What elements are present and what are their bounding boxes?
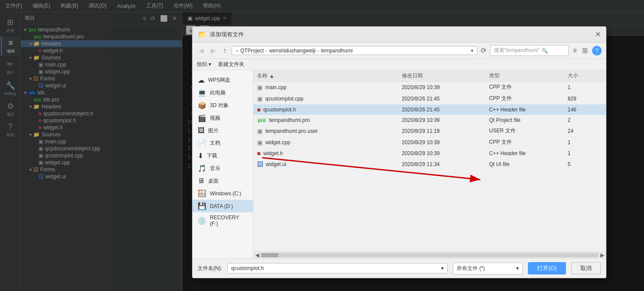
sidebar-3d[interactable]: 📦 3D 对象 [192,99,253,112]
sidebar-windows-c[interactable]: 🪟 Windows (C:) [192,187,253,200]
tree-file-qcpdoc-h[interactable]: ■ qcpdocumentobject.h [21,110,182,117]
file-icon-ui-1: 🖼 [257,161,263,168]
file-row-qcustomplot-h[interactable]: ■ qcustomplot.h 2020/8/26 21:45 C++ Head… [253,104,606,115]
file-row-tempandhumi-pro-user[interactable]: ▣ tempandhumi.pro.user 2020/8/29 11:19 U… [253,125,606,137]
tree-folder-sources-1[interactable]: ▼ 📁 Sources [21,54,182,61]
tree-file-widget-h-1[interactable]: ■ widget.h [21,47,182,54]
open-btn[interactable]: 打开(O) [528,262,566,274]
tree-folder-forms-2[interactable]: ▼ 🖼 Forms [21,166,182,173]
h-scroll-thumb[interactable] [261,253,278,257]
file-row-widget-cpp[interactable]: ▣ widget.cpp 2020/8/29 10:39 CPP 文件 1 [253,137,606,148]
menu-file[interactable]: 文件(F) [3,1,24,10]
sidebar-wps[interactable]: ☁ WPS网盘 [192,74,253,87]
file-row-tempandhumi-pro[interactable]: pro tempandhumi.pro 2020/8/29 10:39 Qt P… [253,115,606,125]
sidebar-recovery-f[interactable]: 💿 RECOVERY (F:) [192,212,253,229]
organize-btn[interactable]: 组织 ▾ [197,61,211,68]
menu-tools[interactable]: 工具(T) [144,1,165,10]
tree-group-tds[interactable]: ▼ tds tds [21,89,182,96]
tree-folder-forms-1[interactable]: ▼ 🖼 Forms [21,75,182,82]
menu-build[interactable]: 构建(B) [59,1,80,10]
editor-tab-widget-cpp[interactable]: ▣ widget.cpp ✕ [182,12,232,24]
sidebar-video[interactable]: 🎬 视频 [192,112,253,125]
dialog-up-btn[interactable]: ↑ [221,46,228,55]
dialog-search-box[interactable]: 搜索"tempandhumi" 🔍 [490,45,569,56]
dialog-close-btn[interactable]: ✕ [595,30,601,38]
tree-file-main-cpp-1[interactable]: ▣ main.cpp [21,61,182,68]
view-details-btn[interactable]: ⊞ [581,45,589,55]
video-icon: 🎬 [198,114,206,122]
path-dropdown-arrow[interactable]: ▾ [471,48,473,54]
sidebar-item-debug[interactable]: 🔧 Debug [1,79,20,98]
sidebar-label-wps: WPS网盘 [208,76,230,84]
sidebar-computer[interactable]: 💻 此电脑 [192,87,253,99]
col-date[interactable]: 修改日期 [402,72,489,80]
file-row-main-cpp[interactable]: ▣ main.cpp 2020/8/29 10:39 CPP 文件 1 [253,82,606,93]
file-date-tempandhumi-pro: 2020/8/29 10:39 [402,117,489,123]
tree-file-tempandhumi-pro[interactable]: pro tempandhumi.pro [21,33,182,40]
sidebar-desktop[interactable]: 🖥 桌面 [192,175,253,187]
tree-label-qcpdoc-h: qcpdocumentobject.h [43,111,93,117]
sidebar-item-welcome[interactable]: ⊞ 欢迎 [1,16,20,35]
menu-help[interactable]: 帮助(H) [201,1,223,10]
tree-folder-headers-1[interactable]: ▼ 📁 Headers [21,40,182,47]
dialog-forward-btn[interactable]: ▶ [209,45,218,55]
file-row-widget-h[interactable]: ■ widget.h 2020/8/29 10:39 C++ Header fi… [253,148,606,159]
sidebar-item-design[interactable]: ✏ 设计 [1,58,20,77]
sidebar-downloads[interactable]: ⬇ 下载 [192,149,253,162]
tree-file-widget-h-2[interactable]: ■ widget.h [21,124,182,131]
tree-folder-headers-2[interactable]: ▼ 📁 Headers [21,103,182,110]
menu-edit[interactable]: 编辑(E) [31,1,52,10]
tab-close-btn[interactable]: ✕ [223,15,226,21]
sidebar-item-project[interactable]: ⚙ 项目 [1,100,20,119]
filename-dropdown-arrow[interactable]: ▾ [441,265,444,271]
refresh-btn[interactable]: ⟳ [481,46,486,55]
tree-file-qcpdoc-cpp[interactable]: ▣ qcpdocumentobject.cpp [21,145,182,152]
file-date-widget-cpp: 2020/8/29 10:39 [402,139,489,146]
dialog-back-btn[interactable]: ◀ [197,45,206,55]
tree-file-qcustomplot-h[interactable]: ■ qcustomplot.h [21,117,182,124]
menu-analyze[interactable]: Analyze [115,2,137,10]
tree-file-widget-ui-1[interactable]: 🖼 widget.ui [21,82,182,89]
tree-file-widget-cpp-1[interactable]: ▣ widget.cpp [21,68,182,75]
tree-file-main-cpp-2[interactable]: ▣ main.cpp [21,138,182,145]
horizontal-scrollbar[interactable]: ◀ ▶ [253,251,606,258]
tree-group-tempandhumi[interactable]: ▼ pro tempandhumi [21,26,182,33]
tree-file-widget-ui-2[interactable]: 🖼 widget.ui [21,173,182,180]
file-row-qcustomplot-cpp[interactable]: ▣ qcustomplot.cpp 2020/8/26 21:45 CPP 文件… [253,93,606,104]
tds-icon: tds [28,90,36,95]
filename-input[interactable]: qcustomplot.h ▾ [227,263,448,274]
cancel-btn[interactable]: 取消 [571,262,601,274]
sidebar-pictures[interactable]: 🖼 图片 [192,125,253,137]
dialog-path-bar[interactable]: « QTProject › wenshidushangweiji › tempa… [232,46,477,55]
add-existing-file-dialog: 📁 添加现有文件 ✕ ◀ ▶ ↑ « QTProject › wenshidus… [192,26,606,278]
col-size[interactable]: 大小 [568,72,603,80]
menu-debug[interactable]: 调试(D) [87,1,108,10]
tree-folder-sources-2[interactable]: ▼ 📁 Sources [21,131,182,138]
new-folder-btn[interactable]: 新建文件夹 [218,61,244,68]
filetype-dropdown-arrow[interactable]: ▾ [516,265,519,271]
col-name[interactable]: 名称 ▲ [257,72,402,80]
file-row-widget-ui[interactable]: 🖼 widget.ui 2020/8/29 11:34 Qt UI file 5 [253,159,606,170]
panel-sync-btn[interactable]: ⟳ [149,14,157,22]
computer-icon: 💻 [198,89,206,97]
filetype-dropdown[interactable]: 所有文件 (*) ▾ [453,263,523,274]
panel-close-btn[interactable]: ✕ [171,14,178,22]
editor-tab-label: widget.cpp [195,15,220,21]
tree-file-qcustomplot-cpp[interactable]: ▣ qcustomplot.cpp [21,152,182,159]
sidebar-music[interactable]: 🎵 音乐 [192,162,253,175]
dialog-help-btn[interactable]: ? [592,46,602,55]
view-list-btn[interactable]: ≡ [572,46,578,55]
col-type[interactable]: 类型 [489,72,568,80]
panel-filter-btn[interactable]: ≡ [141,14,147,22]
tree-file-tds-pro[interactable]: pro tds.pro [21,96,182,103]
tree-file-widget-cpp-2[interactable]: ▣ widget.cpp [21,159,182,166]
panel-split-btn[interactable]: ⬜ [159,14,169,22]
sidebar-item-help[interactable]: ? 帮助 [1,121,20,140]
scroll-left-arrow[interactable]: ◀ [255,252,259,258]
menu-controls[interactable]: 控件(W) [172,1,194,10]
scroll-right-arrow[interactable]: ▶ [600,252,604,258]
sidebar-item-edit[interactable]: ≡ 编辑 [1,37,20,56]
sidebar-data-d[interactable]: 💾 DATA (D:) [192,200,253,212]
sidebar-documents[interactable]: 📄 文档 [192,137,253,149]
sidebar-label-pictures: 图片 [208,127,219,135]
